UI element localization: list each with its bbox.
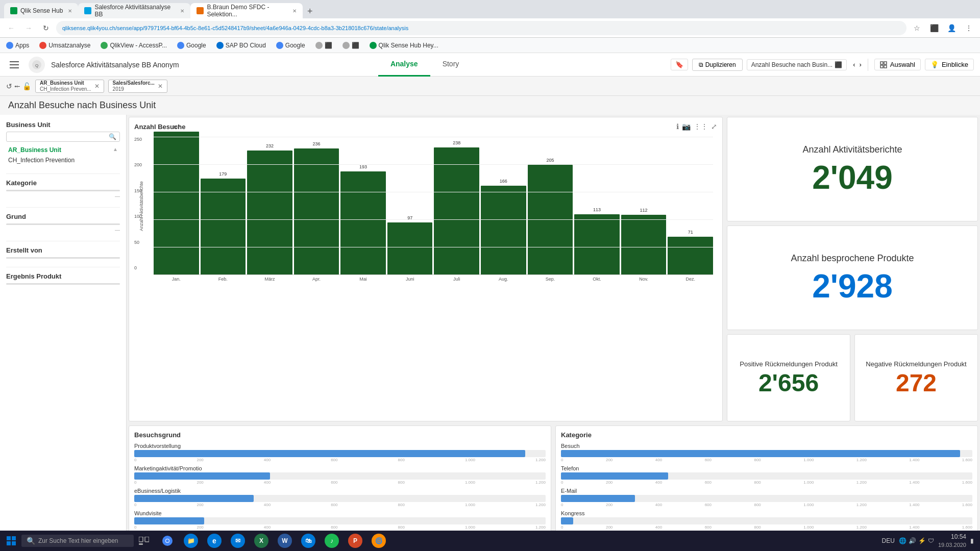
taskbar-edge[interactable]: e [203,532,226,550]
sidebar-item-ch[interactable]: CH_Infection Prevention [6,155,120,165]
filter-chip-sales-content: Sales/Salesforc... 2019 [113,80,155,92]
bookmark-umsatz[interactable]: Umsatzanalyse [37,41,92,50]
grid-line-0 [154,274,713,275]
bar-Jan.[interactable]: 267 [154,132,199,274]
taskbar-app9[interactable]: 🌀 [368,532,390,550]
besuchsgrund-bars: Produktvorstellung02004006008001.0001.20… [134,443,546,545]
duplicate-button[interactable]: ⧉ Duplizieren [692,59,743,71]
nav-tab-story[interactable]: Story [430,53,472,77]
filter-chip-sales-title: Sales/Salesforc... [113,80,155,86]
taskbar-mail[interactable]: ✉ [227,532,249,550]
taskbar-excel[interactable]: X [250,532,273,550]
bar-Okt.[interactable]: 113 [574,214,620,274]
filter-lock-icon[interactable]: 🔓 [22,82,31,90]
y-label-0: 0 [134,265,142,270]
chart-name-icon: ⬛ [835,61,842,68]
bar-Aug.[interactable]: 166 [481,186,526,274]
filter-chip-remove-1[interactable]: ✕ [158,83,163,90]
sidebar-slider-ergebnis[interactable] [6,283,120,285]
next-button[interactable]: › [859,61,861,68]
bookmark-qlikview[interactable]: QlikView - AccessP... [99,41,169,50]
bar-Feb.[interactable]: 179 [201,179,246,274]
taskbar-search[interactable]: 🔍 Zur Suche Text hier eingeben [21,535,134,547]
filter-chip-remove-0[interactable]: ✕ [94,83,100,90]
refresh-button[interactable]: ↻ [39,21,53,35]
insights-button[interactable]: 💡 Einblicke [925,59,974,70]
kpi-negative-title: Negative Rückmeldungen Produkt [866,360,966,368]
back-button[interactable]: ← [4,21,18,35]
bookmark-sapbo[interactable]: SAP BO Cloud [214,41,268,50]
taskbar-spotify[interactable]: ♪ [321,532,343,550]
menu-icon[interactable]: ⋮ [962,21,976,35]
kpi-negative: Negative Rückmeldungen Produkt 272 [854,334,978,421]
tab-close-qlik[interactable]: ✕ [68,8,72,14]
hamburger-menu[interactable] [6,57,22,73]
browser-toolbar: ← → ↻ qliksense.qlik4you.ch/sense/app/97… [0,18,980,38]
bar-Juli[interactable]: 238 [434,147,479,274]
start-button[interactable] [2,532,20,550]
taskbar-chrome[interactable] [156,532,179,550]
bar-März[interactable]: 232 [247,151,292,274]
taskbar-ppt[interactable]: P [344,532,366,550]
forward-button[interactable]: → [21,21,36,35]
ppt-icon: P [348,534,362,548]
tab-sf[interactable]: Salesforce Aktivitätsanalyse BB ✕ [78,3,190,18]
task-view-button[interactable] [135,532,153,550]
tab-bar: Qlik Sense Hub ✕ Salesforce Aktivitätsan… [0,0,980,18]
tab-demo[interactable]: B.Braun Demo SFDC - Selektion... ✕ [190,3,303,18]
bar-chart-snapshot-icon[interactable]: 📷 [682,122,691,131]
tab-new-button[interactable]: + [303,4,317,18]
taskbar-word[interactable]: W [274,532,296,550]
tab-qlik-hub[interactable]: Qlik Sense Hub ✕ [4,3,78,18]
kpi-aktivitaet: Anzahl Aktivitätsberichte 2'049 [727,117,978,221]
bookmark-google1[interactable]: Google [175,41,208,50]
bar-Dez.[interactable]: 71 [668,237,713,274]
bookmark-apps[interactable]: Apps [4,41,31,50]
bookmark-label-umsatz: Umsatzanalyse [48,42,90,49]
taskbar-system-icons: 🌐 🔊 ⚡ 🛡 [899,537,934,544]
bar-chart-header: Anzahl Besuche ℹ 📷 ⋮⋮ ⤢ [134,122,717,131]
bar-Mai[interactable]: 193 [340,171,386,274]
bar-chart-info-icon[interactable]: ℹ [676,122,679,131]
tab-close-demo[interactable]: ✕ [292,8,297,14]
bookmark-star-icon[interactable]: ☆ [910,21,924,35]
sidebar-slider-grund[interactable] [6,223,120,225]
sidebar-search-bu[interactable]: 🔍 [6,132,120,142]
selection-label: Auswahl [890,61,915,68]
bar-Juni[interactable]: 97 [387,222,433,274]
bar-Apr.[interactable]: 236 [294,148,339,274]
charts-col: Anzahl Besuche ℹ 📷 ⋮⋮ ⤢ [127,115,980,551]
tab-close-sf[interactable]: ✕ [180,8,184,14]
taskbar-store[interactable]: 🛍 [297,532,320,550]
bookmark-panel-button[interactable]: 🔖 [671,59,688,70]
bookmark-google2[interactable]: Google [274,41,307,50]
bar-chart-expand-icon[interactable]: ⤢ [711,122,717,131]
bookmark-ext2[interactable]: ⬛ [340,41,361,50]
taskbar-explorer[interactable]: 📁 [180,532,202,550]
filter-chip-business-unit[interactable]: AR_Business Unit CH_Infection Preven... … [35,80,104,93]
bar-chart-options-icon[interactable]: ⋮⋮ [694,122,708,131]
mail-icon: ✉ [231,534,245,548]
bookmark-qlikhub[interactable]: Qlik Sense Hub Hey... [368,41,440,50]
taskbar-show-desktop[interactable]: ▮ [970,537,974,544]
filter-chip-sales[interactable]: Sales/Salesforc... 2019 ✕ [108,80,167,93]
sidebar-slider-erstellt[interactable] [6,257,120,259]
address-bar[interactable]: qliksense.qlik4you.ch/sense/app/97971954… [56,21,906,35]
kategorie-axis-2: 02004006008001.0001.2001.4001.600 [561,503,972,507]
sidebar-slider-kategorie[interactable] [6,190,120,191]
bar-Sep.[interactable]: 205 [528,165,573,274]
extensions-icon[interactable]: ⬛ [927,21,941,35]
account-icon[interactable]: 👤 [944,21,959,35]
bar-Nov.[interactable]: 112 [621,215,667,274]
sidebar-search-input[interactable] [10,133,109,140]
filter-refresh-icon[interactable]: ↺ [6,82,12,90]
chart-name-button[interactable]: Anzahl Besuche nach Busin... ⬛ [747,59,847,70]
bookmark-ext1[interactable]: ⬛ [313,41,334,50]
prev-button[interactable]: ‹ [853,61,855,68]
sidebar-divider-3 [6,241,120,241]
y-label-200: 200 [134,162,142,167]
nav-tab-analyse[interactable]: Analyse [378,53,430,77]
selection-button[interactable]: Auswahl [874,59,921,70]
filter-step-back-icon[interactable]: ⤝ [14,82,20,90]
sidebar-item-ar[interactable]: AR_Business Unit ▲ [6,145,120,155]
